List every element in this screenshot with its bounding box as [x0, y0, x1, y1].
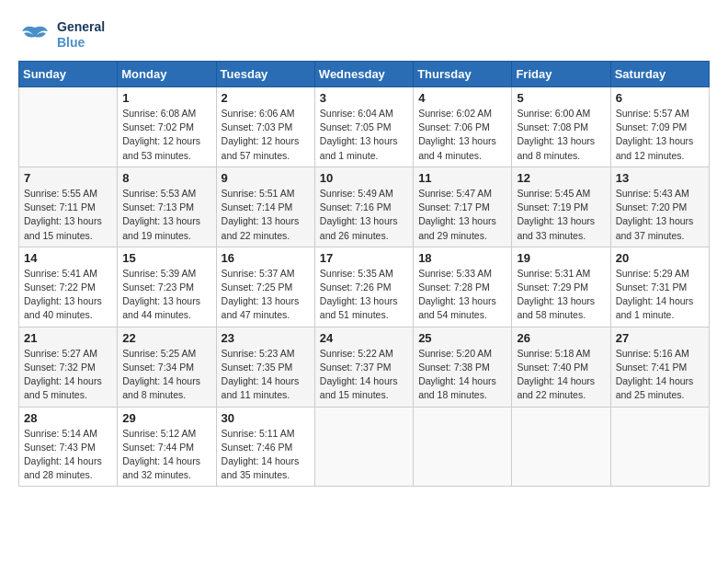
- calendar-cell: 14Sunrise: 5:41 AM Sunset: 7:22 PM Dayli…: [19, 247, 118, 327]
- day-info: Sunrise: 5:39 AM Sunset: 7:23 PM Dayligh…: [122, 267, 210, 323]
- day-number: 6: [616, 91, 704, 105]
- header-day: Monday: [118, 62, 216, 87]
- day-number: 22: [122, 331, 210, 345]
- day-number: 9: [222, 171, 310, 185]
- day-info: Sunrise: 6:00 AM Sunset: 7:08 PM Dayligh…: [517, 107, 605, 163]
- calendar-cell: 23Sunrise: 5:23 AM Sunset: 7:35 PM Dayli…: [216, 327, 314, 407]
- day-info: Sunrise: 5:31 AM Sunset: 7:29 PM Dayligh…: [517, 267, 605, 323]
- day-info: Sunrise: 5:29 AM Sunset: 7:31 PM Dayligh…: [616, 267, 704, 323]
- calendar-table: SundayMondayTuesdayWednesdayThursdayFrid…: [18, 61, 710, 487]
- day-number: 13: [616, 171, 704, 185]
- calendar-cell: [610, 407, 709, 487]
- calendar-cell: 6Sunrise: 5:57 AM Sunset: 7:09 PM Daylig…: [610, 87, 709, 167]
- day-number: 26: [517, 331, 605, 345]
- calendar-cell: 8Sunrise: 5:53 AM Sunset: 7:13 PM Daylig…: [118, 167, 216, 247]
- day-info: Sunrise: 6:08 AM Sunset: 7:02 PM Dayligh…: [122, 107, 210, 163]
- logo-line1: General: [57, 19, 105, 35]
- calendar-week: 28Sunrise: 5:14 AM Sunset: 7:43 PM Dayli…: [19, 407, 710, 487]
- logo-line2: Blue: [57, 35, 105, 51]
- calendar-week: 21Sunrise: 5:27 AM Sunset: 7:32 PM Dayli…: [19, 327, 710, 407]
- page-header: General Blue: [18, 18, 710, 52]
- day-info: Sunrise: 5:57 AM Sunset: 7:09 PM Dayligh…: [616, 107, 704, 163]
- calendar-cell: 24Sunrise: 5:22 AM Sunset: 7:37 PM Dayli…: [314, 327, 413, 407]
- day-info: Sunrise: 5:41 AM Sunset: 7:22 PM Dayligh…: [24, 267, 112, 323]
- day-number: 21: [24, 331, 112, 345]
- day-info: Sunrise: 5:23 AM Sunset: 7:35 PM Dayligh…: [222, 347, 310, 403]
- calendar-cell: 10Sunrise: 5:49 AM Sunset: 7:16 PM Dayli…: [314, 167, 413, 247]
- day-number: 30: [222, 411, 310, 425]
- calendar-cell: 3Sunrise: 6:04 AM Sunset: 7:05 PM Daylig…: [314, 87, 413, 167]
- calendar-cell: 16Sunrise: 5:37 AM Sunset: 7:25 PM Dayli…: [216, 247, 314, 327]
- calendar-cell: 4Sunrise: 6:02 AM Sunset: 7:06 PM Daylig…: [414, 87, 512, 167]
- calendar-week: 14Sunrise: 5:41 AM Sunset: 7:22 PM Dayli…: [19, 247, 710, 327]
- header-row: SundayMondayTuesdayWednesdayThursdayFrid…: [19, 62, 710, 87]
- day-info: Sunrise: 5:49 AM Sunset: 7:16 PM Dayligh…: [320, 187, 408, 243]
- day-number: 5: [517, 91, 605, 105]
- day-info: Sunrise: 5:55 AM Sunset: 7:11 PM Dayligh…: [24, 187, 112, 243]
- calendar-cell: 18Sunrise: 5:33 AM Sunset: 7:28 PM Dayli…: [414, 247, 512, 327]
- calendar-cell: [512, 407, 610, 487]
- calendar-cell: 27Sunrise: 5:16 AM Sunset: 7:41 PM Dayli…: [610, 327, 709, 407]
- day-number: 3: [320, 91, 408, 105]
- day-number: 18: [418, 251, 506, 265]
- day-info: Sunrise: 6:06 AM Sunset: 7:03 PM Dayligh…: [222, 107, 310, 163]
- day-info: Sunrise: 5:25 AM Sunset: 7:34 PM Dayligh…: [122, 347, 210, 403]
- day-number: 8: [122, 171, 210, 185]
- day-info: Sunrise: 6:04 AM Sunset: 7:05 PM Dayligh…: [320, 107, 408, 163]
- day-number: 10: [320, 171, 408, 185]
- calendar-cell: 22Sunrise: 5:25 AM Sunset: 7:34 PM Dayli…: [118, 327, 216, 407]
- calendar-cell: 1Sunrise: 6:08 AM Sunset: 7:02 PM Daylig…: [118, 87, 216, 167]
- day-info: Sunrise: 5:47 AM Sunset: 7:17 PM Dayligh…: [418, 187, 506, 243]
- calendar-cell: 13Sunrise: 5:43 AM Sunset: 7:20 PM Dayli…: [610, 167, 709, 247]
- day-number: 20: [616, 251, 704, 265]
- header-day: Friday: [512, 62, 610, 87]
- header-day: Thursday: [414, 62, 512, 87]
- day-number: 29: [122, 411, 210, 425]
- calendar-cell: 9Sunrise: 5:51 AM Sunset: 7:14 PM Daylig…: [216, 167, 314, 247]
- calendar-cell: 26Sunrise: 5:18 AM Sunset: 7:40 PM Dayli…: [512, 327, 610, 407]
- day-info: Sunrise: 6:02 AM Sunset: 7:06 PM Dayligh…: [418, 107, 506, 163]
- day-info: Sunrise: 5:22 AM Sunset: 7:37 PM Dayligh…: [320, 347, 408, 403]
- day-info: Sunrise: 5:51 AM Sunset: 7:14 PM Dayligh…: [222, 187, 310, 243]
- header-day: Tuesday: [216, 62, 314, 87]
- day-info: Sunrise: 5:35 AM Sunset: 7:26 PM Dayligh…: [320, 267, 408, 323]
- day-number: 28: [24, 411, 112, 425]
- day-number: 14: [24, 251, 112, 265]
- day-info: Sunrise: 5:33 AM Sunset: 7:28 PM Dayligh…: [418, 267, 506, 323]
- day-info: Sunrise: 5:53 AM Sunset: 7:13 PM Dayligh…: [122, 187, 210, 243]
- day-number: 12: [517, 171, 605, 185]
- day-number: 1: [122, 91, 210, 105]
- calendar-week: 7Sunrise: 5:55 AM Sunset: 7:11 PM Daylig…: [19, 167, 710, 247]
- calendar-cell: 28Sunrise: 5:14 AM Sunset: 7:43 PM Dayli…: [19, 407, 118, 487]
- day-number: 23: [222, 331, 310, 345]
- logo-bird-icon: [18, 18, 51, 52]
- day-number: 11: [418, 171, 506, 185]
- day-info: Sunrise: 5:18 AM Sunset: 7:40 PM Dayligh…: [517, 347, 605, 403]
- calendar-cell: [314, 407, 413, 487]
- header-day: Saturday: [610, 62, 709, 87]
- header-day: Wednesday: [314, 62, 413, 87]
- calendar-cell: 15Sunrise: 5:39 AM Sunset: 7:23 PM Dayli…: [118, 247, 216, 327]
- calendar-cell: 2Sunrise: 6:06 AM Sunset: 7:03 PM Daylig…: [216, 87, 314, 167]
- day-info: Sunrise: 5:11 AM Sunset: 7:46 PM Dayligh…: [222, 427, 310, 483]
- calendar-cell: 21Sunrise: 5:27 AM Sunset: 7:32 PM Dayli…: [19, 327, 118, 407]
- day-info: Sunrise: 5:14 AM Sunset: 7:43 PM Dayligh…: [24, 427, 112, 483]
- calendar-cell: 29Sunrise: 5:12 AM Sunset: 7:44 PM Dayli…: [118, 407, 216, 487]
- calendar-cell: 17Sunrise: 5:35 AM Sunset: 7:26 PM Dayli…: [314, 247, 413, 327]
- day-number: 25: [418, 331, 506, 345]
- calendar-cell: 19Sunrise: 5:31 AM Sunset: 7:29 PM Dayli…: [512, 247, 610, 327]
- day-number: 17: [320, 251, 408, 265]
- day-info: Sunrise: 5:45 AM Sunset: 7:19 PM Dayligh…: [517, 187, 605, 243]
- calendar-cell: 5Sunrise: 6:00 AM Sunset: 7:08 PM Daylig…: [512, 87, 610, 167]
- calendar-cell: [414, 407, 512, 487]
- day-info: Sunrise: 5:37 AM Sunset: 7:25 PM Dayligh…: [222, 267, 310, 323]
- day-number: 4: [418, 91, 506, 105]
- day-info: Sunrise: 5:43 AM Sunset: 7:20 PM Dayligh…: [616, 187, 704, 243]
- day-info: Sunrise: 5:12 AM Sunset: 7:44 PM Dayligh…: [122, 427, 210, 483]
- calendar-cell: 25Sunrise: 5:20 AM Sunset: 7:38 PM Dayli…: [414, 327, 512, 407]
- day-number: 19: [517, 251, 605, 265]
- logo: General Blue: [18, 18, 105, 52]
- day-info: Sunrise: 5:20 AM Sunset: 7:38 PM Dayligh…: [418, 347, 506, 403]
- calendar-cell: 12Sunrise: 5:45 AM Sunset: 7:19 PM Dayli…: [512, 167, 610, 247]
- day-number: 16: [222, 251, 310, 265]
